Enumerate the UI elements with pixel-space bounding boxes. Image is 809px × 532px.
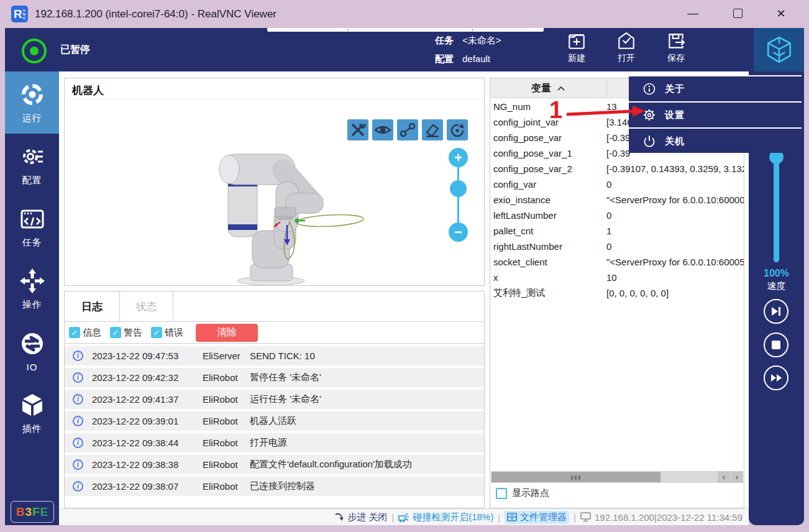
view-zoom-widget: + − [447, 148, 470, 247]
power-icon [642, 134, 656, 148]
scroll-right-arrow[interactable]: › [731, 471, 743, 483]
menu-item-label: 关机 [665, 135, 685, 147]
zoom-slider-handle[interactable] [450, 180, 467, 197]
variable-name: config_pose_var_2 [493, 163, 606, 174]
file-manager-link[interactable]: 文件管理器 [505, 511, 569, 524]
sidebar-item-io[interactable]: IO [5, 320, 59, 382]
menu-item-label: 设置 [665, 109, 685, 121]
scroll-left-arrow[interactable]: ‹ [718, 471, 730, 483]
log-source: EliRobot [203, 372, 250, 383]
code-window-icon [19, 205, 46, 232]
info-icon: i [73, 351, 83, 361]
variable-name: config_joint_var [493, 117, 606, 127]
io-swap-icon [19, 330, 46, 357]
collapse-chevron-icon [557, 86, 565, 91]
view-reset-button[interactable] [447, 119, 468, 140]
variable-value: "<ServerProxy for 6.0.0.10:60000, [606, 195, 744, 205]
clear-log-button[interactable]: 清除 [196, 324, 258, 342]
info-filter-checkbox[interactable]: ✓ [69, 327, 80, 338]
variable-name: 艾利特_测试 [493, 287, 606, 299]
maximize-button[interactable] [723, 0, 752, 27]
tab-status[interactable]: 状态 [120, 291, 173, 321]
log-message: 机器人活跃 [250, 415, 484, 427]
horizontal-scrollbar[interactable]: ▮▮▮ ‹ › [491, 471, 743, 483]
run-state-icon [22, 39, 47, 63]
log-source: EliRobot [203, 459, 250, 470]
menu-item-about[interactable]: 关于 [629, 76, 802, 101]
maximize-icon [733, 9, 743, 18]
log-message: 暂停任务 '未命名' [250, 372, 484, 383]
info-icon: i [73, 459, 83, 470]
view-tools-button[interactable] [347, 119, 368, 140]
save-task-button[interactable]: 保存 [654, 31, 698, 70]
variables-header-label: 变量 [531, 82, 551, 95]
sidebar-item-run[interactable]: 运行 [5, 71, 59, 134]
window-title: 192.168.1.200 (intel-corei7-64:0) - Real… [35, 0, 277, 28]
log-source: EliRobot [203, 416, 250, 426]
log-time: 2023-12-22 09:41:37 [92, 394, 203, 405]
fast-forward-button[interactable] [764, 365, 788, 390]
speed-slider-track[interactable] [774, 157, 779, 262]
log-source: EliRobot [203, 481, 250, 492]
tab-log[interactable]: 日志 [65, 291, 120, 321]
save-task-label: 保存 [667, 53, 685, 64]
new-task-label: 新建 [568, 53, 585, 64]
eraser-icon [422, 119, 443, 140]
info-icon [642, 82, 656, 96]
zoom-out-button[interactable]: − [449, 222, 468, 242]
log-source: EliRobot [203, 394, 250, 405]
log-source: EliRobot [203, 438, 250, 448]
show-waypoints-checkbox[interactable] [496, 488, 507, 499]
stop-button[interactable] [764, 332, 788, 357]
vnc-collapsed-toolbar[interactable] [267, 28, 544, 32]
app-menu-button[interactable] [754, 28, 804, 71]
variable-value: [0, 0, 0, 0, 0, 0] [606, 288, 744, 298]
config-value: default [462, 53, 490, 64]
log-time: 2023-12-22 09:39:01 [92, 416, 203, 426]
open-task-button[interactable]: 打开 [604, 31, 649, 70]
version-badge: B 3 F E [11, 501, 54, 523]
status-bar: 步进 关闭 | 碰撞检测开启(18%) | 文件管理器 | 192.168.1.… [59, 508, 749, 525]
menu-item-settings[interactable]: 设置 [629, 103, 802, 127]
variable-row: pallet_cnt1 [490, 223, 744, 239]
run-target-icon [19, 81, 46, 108]
save-file-icon [666, 31, 686, 51]
step-mode-icon [334, 512, 344, 522]
variable-name: leftLastNumber [493, 210, 606, 221]
log-entry-row: i 2023-12-22 09:42:32 EliRobot 暂停任务 '未命名… [65, 368, 484, 387]
stop-icon [772, 341, 780, 349]
new-task-button[interactable]: 新建 [554, 31, 599, 70]
sidebar-item-label: 任务 [22, 237, 42, 249]
sidebar-item-label: 插件 [22, 423, 42, 435]
robot-3d-viewport[interactable] [65, 99, 484, 285]
menu-item-label: 关于 [665, 83, 685, 95]
menu-item-shutdown[interactable]: 关机 [629, 129, 802, 154]
sidebar-item-label: 配置 [22, 175, 42, 186]
view-visibility-button[interactable] [372, 119, 393, 140]
open-file-icon [616, 31, 636, 51]
error-filter-checkbox[interactable]: ✓ [151, 327, 162, 338]
view-eraser-button[interactable] [422, 119, 443, 140]
minimize-button[interactable]: — [679, 0, 707, 27]
sidebar-item-operate[interactable]: 操作 [5, 258, 59, 320]
log-time: 2023-12-22 09:47:53 [92, 351, 203, 361]
info-icon: i [73, 372, 83, 383]
variable-row: config_pose_var_2[-0.39107, 0.14393, 0.3… [490, 161, 744, 177]
scrollbar-thumb[interactable]: ▮▮▮ [491, 472, 660, 482]
close-button[interactable]: ✕ [767, 0, 795, 27]
collision-detection-toggle[interactable]: 碰撞检测开启(18%) [398, 511, 493, 523]
variable-row: rightLastNumber0 [490, 239, 744, 254]
warning-filter-checkbox[interactable]: ✓ [110, 327, 121, 338]
elite-cube-logo-icon [764, 35, 794, 65]
step-run-button[interactable] [764, 299, 788, 324]
log-time: 2023-12-22 09:38:38 [92, 459, 203, 470]
sidebar-item-plugin[interactable]: 插件 [5, 382, 59, 444]
collision-icon [398, 512, 409, 523]
connection-info: 192.168.1.200|2023-12-22 11:34:59 [580, 512, 743, 523]
step-mode-toggle[interactable]: 步进 关闭 [334, 511, 387, 523]
sidebar-item-task[interactable]: 任务 [5, 196, 59, 258]
sidebar-item-config[interactable]: 配置 [5, 134, 59, 196]
variable-name: config_pose_var_1 [493, 148, 606, 158]
view-waypoints-button[interactable] [397, 119, 418, 140]
config-label: 配置 [435, 53, 454, 64]
